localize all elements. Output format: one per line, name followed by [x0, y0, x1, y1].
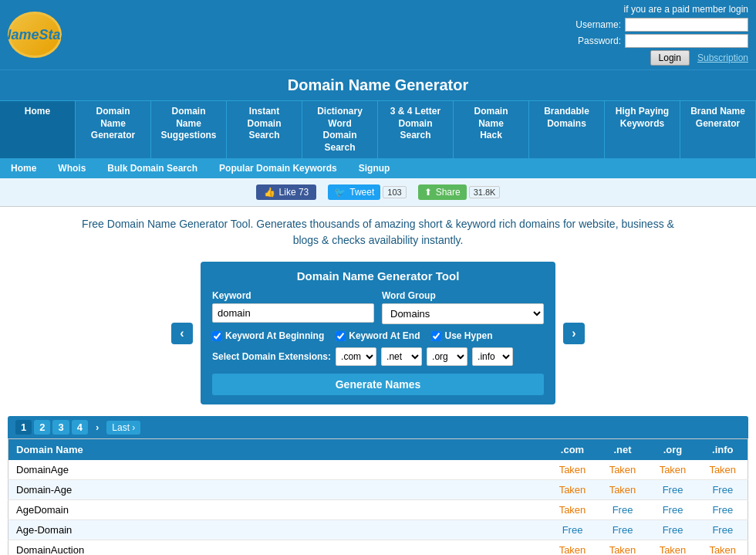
domain-name-cell: AgeDomain	[8, 500, 548, 520]
info-status-cell: Free	[698, 480, 748, 500]
sec-nav-signup[interactable]: Signup	[356, 161, 393, 175]
domain-name-cell: Domain-Age	[8, 480, 548, 500]
net-status-cell: Taken	[598, 480, 648, 500]
nav-item-dictionary-word[interactable]: Dictionary WordDomain Search	[302, 101, 378, 158]
org-status-cell: Free	[648, 480, 698, 500]
share-label: Share	[436, 187, 461, 198]
net-status-cell: Taken	[598, 540, 648, 555]
org-status-cell: Taken	[648, 540, 698, 555]
org-status-cell: Free	[648, 500, 698, 520]
keyword-label: Keyword	[212, 290, 374, 301]
nav-item-3-4-letter[interactable]: 3 & 4 LetterDomain Search	[378, 101, 454, 158]
twitter-icon: 🐦	[334, 187, 346, 198]
use-hypen-input[interactable]	[431, 331, 441, 341]
login-button[interactable]: Login	[650, 50, 690, 66]
main-nav: Home Domain NameGenerator Domain NameSug…	[0, 100, 756, 158]
sec-nav-bulk-domain-search[interactable]: Bulk Domain Search	[104, 161, 201, 175]
use-hypen-checkbox[interactable]: Use Hypen	[431, 330, 492, 341]
login-note: if you are a paid member login	[567, 4, 748, 15]
table-header-row: Domain Name .com .net .org .info	[8, 439, 748, 461]
next-page-arrow[interactable]: ›	[90, 420, 104, 435]
password-row: Password:	[567, 34, 748, 48]
sec-nav-whois[interactable]: Whois	[55, 161, 89, 175]
description: Free Domain Name Generator Tool. Generat…	[0, 207, 756, 258]
facebook-like-button[interactable]: 👍 Like 73	[256, 184, 317, 200]
subscription-link[interactable]: Subscription	[697, 52, 748, 63]
fb-like-label: Like 73	[279, 187, 309, 198]
keyword-beginning-label: Keyword At Beginning	[225, 330, 324, 341]
social-bar: 👍 Like 73 🐦 Tweet 103 ⬆ Share 31.8K	[0, 178, 756, 207]
tweet-label: Tweet	[349, 187, 374, 198]
tweet-button[interactable]: 🐦 Tweet	[328, 184, 380, 200]
com-status-cell: Free	[548, 520, 598, 540]
sec-nav-home[interactable]: Home	[8, 161, 39, 175]
pagination-bar: 1 2 3 4 › Last ›	[8, 416, 748, 438]
nav-item-brand-name-generator[interactable]: Brand NameGenerator	[680, 101, 756, 158]
nav-item-home[interactable]: Home	[0, 101, 76, 158]
domain-name-cell: DomainAuction	[8, 540, 548, 555]
logo: NameStall	[8, 12, 62, 58]
table-row: Domain-AgeTakenTakenFreeFree	[8, 480, 748, 500]
ext4-select[interactable]: .info.com.net.org	[472, 347, 513, 366]
com-status-cell: Taken	[548, 480, 598, 500]
login-area: if you are a paid member login Username:…	[567, 4, 748, 66]
next-arrow[interactable]: ›	[563, 323, 585, 344]
table-row: DomainAgeTakenTakenTakenTaken	[8, 460, 748, 480]
username-row: Username:	[567, 18, 748, 32]
logo-text: NameStall	[1, 27, 68, 43]
org-status-cell: Taken	[648, 460, 698, 480]
page-4-button[interactable]: 4	[72, 420, 88, 435]
page-2-button[interactable]: 2	[34, 420, 50, 435]
password-input[interactable]	[625, 34, 748, 48]
info-status-cell: Free	[698, 500, 748, 520]
site-title: Domain Name Generator	[288, 76, 469, 93]
password-label: Password:	[567, 36, 621, 46]
page-3-button[interactable]: 3	[52, 420, 69, 435]
nav-item-domain-name-suggestions[interactable]: Domain NameSuggestions	[151, 101, 227, 158]
username-label: Username:	[567, 19, 621, 30]
share-count: 31.8K	[469, 186, 501, 198]
keyword-beginning-input[interactable]	[212, 331, 222, 341]
ext2-select[interactable]: .net.com.org.info	[381, 347, 422, 366]
org-status-cell: Free	[648, 520, 698, 540]
keyword-end-label: Keyword At End	[349, 330, 420, 341]
com-status-cell: Taken	[548, 460, 598, 480]
com-status-cell: Taken	[548, 540, 598, 555]
keyword-beginning-checkbox[interactable]: Keyword At Beginning	[212, 330, 324, 341]
nav-item-instant-domain-search[interactable]: Instant DomainSearch	[227, 101, 302, 158]
results-container: 1 2 3 4 › Last › Domain Name .com .net .…	[0, 416, 756, 555]
info-status-cell: Taken	[698, 460, 748, 480]
ext-label: Select Domain Extensions:	[212, 351, 331, 362]
username-input[interactable]	[625, 18, 748, 32]
last-page-button[interactable]: Last ›	[106, 421, 140, 435]
net-status-cell: Free	[598, 520, 648, 540]
info-status-cell: Free	[698, 520, 748, 540]
col-org: .org	[648, 439, 698, 461]
share-icon: ⬆	[424, 187, 432, 198]
keyword-input[interactable]	[212, 303, 374, 323]
word-group-label: Word Group	[382, 290, 544, 301]
word-group-select[interactable]: Domains Animals Colors Numbers People Pl…	[382, 303, 544, 324]
logo-area: NameStall	[8, 12, 62, 58]
nav-item-domain-name-generator[interactable]: Domain NameGenerator	[76, 101, 151, 158]
secondary-nav: Home Whois Bulk Domain Search Popular Do…	[0, 158, 756, 178]
col-info: .info	[698, 439, 748, 461]
share-button[interactable]: ⬆ Share	[418, 184, 467, 200]
prev-arrow[interactable]: ‹	[171, 323, 193, 344]
nav-item-brandable-domains[interactable]: BrandableDomains	[529, 101, 605, 158]
tool-box: Domain Name Generator Tool Keyword Word …	[201, 262, 555, 404]
keyword-col: Keyword	[212, 290, 374, 324]
keyword-end-input[interactable]	[336, 331, 346, 341]
sec-nav-popular-domain-keywords[interactable]: Popular Domain Keywords	[216, 161, 340, 175]
page-1-button[interactable]: 1	[15, 420, 32, 435]
nav-item-domain-name-hack[interactable]: Domain NameHack	[454, 101, 529, 158]
com-status-cell: Taken	[548, 500, 598, 520]
site-title-bar: Domain Name Generator	[0, 69, 756, 100]
generate-button[interactable]: Generate Names	[212, 374, 544, 395]
nav-item-high-paying-keywords[interactable]: High PayingKeywords	[605, 101, 680, 158]
net-status-cell: Taken	[598, 460, 648, 480]
ext3-select[interactable]: .org.com.net.info	[427, 347, 467, 366]
checkbox-row: Keyword At Beginning Keyword At End Use …	[212, 330, 544, 341]
ext1-select[interactable]: .com.net.org.info	[336, 347, 376, 366]
keyword-end-checkbox[interactable]: Keyword At End	[336, 330, 420, 341]
